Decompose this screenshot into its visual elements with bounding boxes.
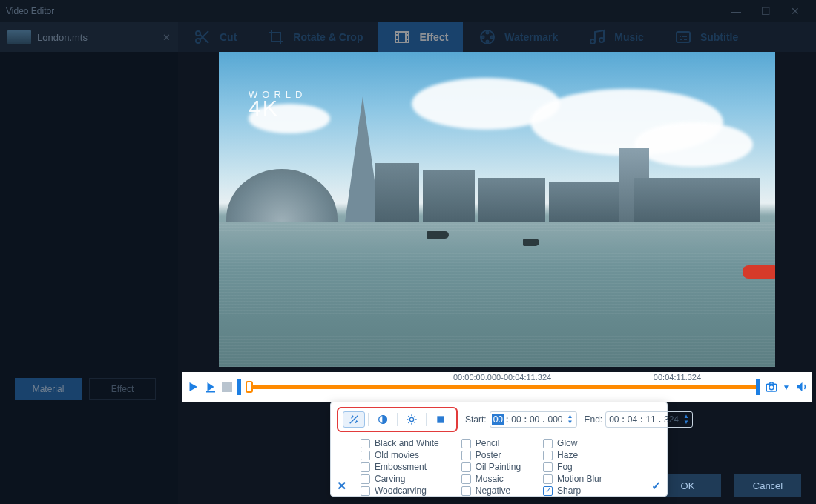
svg-point-6 [482,36,484,39]
titlebar: Video Editor ― ☐ ✕ [0,0,816,22]
volume-button[interactable] [794,380,808,394]
svg-point-3 [481,30,494,44]
effect-option-label: Fog [557,462,573,472]
music-icon [588,27,607,47]
checkbox-icon[interactable] [461,451,471,460]
film-icon [392,27,412,47]
checkbox-icon[interactable] [543,451,553,460]
maximize-button[interactable]: ☐ [751,4,780,19]
stop-button[interactable] [222,382,232,392]
close-button[interactable]: ✕ [780,4,810,19]
end-spinner[interactable]: ▲▼ [682,414,691,425]
effect-option-poster[interactable]: Poster [461,450,521,460]
timeline-range-label: 00:00:00.000-00:04:11.324 [453,373,551,382]
popup-confirm-icon[interactable]: ✓ [651,479,661,493]
end-time-input[interactable]: 00:04:11.324 ▲▼ [605,411,693,428]
effect-option-label: Oil Painting [476,462,521,472]
range-end-marker[interactable] [756,379,760,395]
seek-thumb[interactable] [246,381,253,393]
effect-option-oil-painting[interactable]: Oil Painting [461,462,521,472]
svg-point-5 [487,41,489,43]
effect-mode-contrast[interactable] [372,411,394,428]
preview-watermark: WORLD 4K [249,89,306,116]
tool-effect[interactable]: Effect [378,22,463,52]
effect-mode-filters[interactable] [343,411,365,428]
snapshot-chevron-icon[interactable]: ▼ [783,383,790,391]
effect-mode-group [337,407,458,432]
minimize-button[interactable]: ― [721,4,751,19]
effect-option-haze[interactable]: Haze [543,450,602,460]
svg-rect-16 [437,416,444,422]
checkbox-icon[interactable] [461,462,471,472]
checkbox-icon[interactable] [361,439,370,448]
popup-cancel-icon[interactable]: ✕ [337,479,346,493]
svg-point-7 [491,36,493,39]
effect-option-label: Pencil [476,438,500,448]
seek-track[interactable]: 00:00:00.000-00:04:11.324 00:04:11.324 [246,385,760,389]
svg-point-15 [409,417,413,421]
video-preview[interactable]: WORLD 4K [219,52,775,367]
tool-watermark[interactable]: Watermark [463,22,573,52]
file-chip[interactable]: London.mts ✕ [0,22,178,52]
end-label: End: [585,414,603,425]
effect-option-label: Old movies [375,450,419,460]
effect-option-label: Black and White [375,438,439,448]
start-label: Start: [465,414,487,425]
dialog-footer: OK Cancel [654,474,801,497]
sidebar: Material Effect [0,52,178,504]
svg-point-13 [769,385,774,390]
timeline-end-label: 00:04:11.324 [654,373,701,382]
play-button[interactable] [186,380,200,394]
file-name: London.mts [37,32,88,43]
effect-option-label: Haze [557,450,578,460]
effect-option-embossment[interactable]: Embossment [361,462,439,472]
timeline: 00:00:00.000-00:04:11.324 00:04:11.324 ▼ [182,372,812,402]
effects-popup: Start: 00:00:00.000 ▲▼ End: 00:04:11.324… [330,402,668,497]
svg-rect-11 [206,391,215,393]
checkbox-icon[interactable] [361,451,370,460]
start-spinner[interactable]: ▲▼ [566,414,575,425]
sidebar-tab-effect[interactable]: Effect [89,378,156,400]
checkbox-icon[interactable] [361,462,370,472]
cancel-button[interactable]: Cancel [734,474,801,497]
svg-point-4 [487,32,489,34]
effect-option-old-movies[interactable]: Old movies [361,450,439,460]
file-remove-icon[interactable]: ✕ [162,32,171,43]
range-start-marker[interactable] [237,379,241,395]
effect-option-label: Poster [476,450,501,460]
effect-option-black-and-white[interactable]: Black and White [361,438,439,448]
snapshot-button[interactable] [765,380,778,394]
crop-icon [266,27,286,47]
tool-subtitle[interactable]: Subtitle [659,22,753,52]
main-toolbar: Cut Rotate & Crop Effect Watermark Music… [178,22,816,52]
subtitle-icon [674,27,693,47]
checkbox-icon[interactable] [543,439,553,448]
checkbox-icon[interactable] [461,439,471,448]
svg-rect-2 [395,32,409,42]
effect-option-label: Embossment [375,462,427,472]
effect-mode-brightness[interactable] [401,411,423,428]
svg-point-9 [599,38,604,42]
sidebar-tab-material[interactable]: Material [15,378,82,400]
effect-option-label: Glow [557,438,577,448]
reel-icon [478,27,497,47]
scissors-icon [193,27,212,47]
effect-option-fog[interactable]: Fog [543,462,602,472]
file-thumbnail [7,30,31,44]
effect-mode-color[interactable] [430,411,452,428]
effect-option-pencil[interactable]: Pencil [461,438,521,448]
tool-cut[interactable]: Cut [178,22,251,52]
svg-point-8 [590,39,595,44]
checkbox-icon[interactable] [543,462,553,472]
effect-option-glow[interactable]: Glow [543,438,602,448]
tool-rotate-crop[interactable]: Rotate & Crop [251,22,378,52]
app-title: Video Editor [6,6,54,16]
tool-music[interactable]: Music [573,22,659,52]
play-range-button[interactable] [204,380,217,394]
start-time-input[interactable]: 00:00:00.000 ▲▼ [490,411,577,428]
